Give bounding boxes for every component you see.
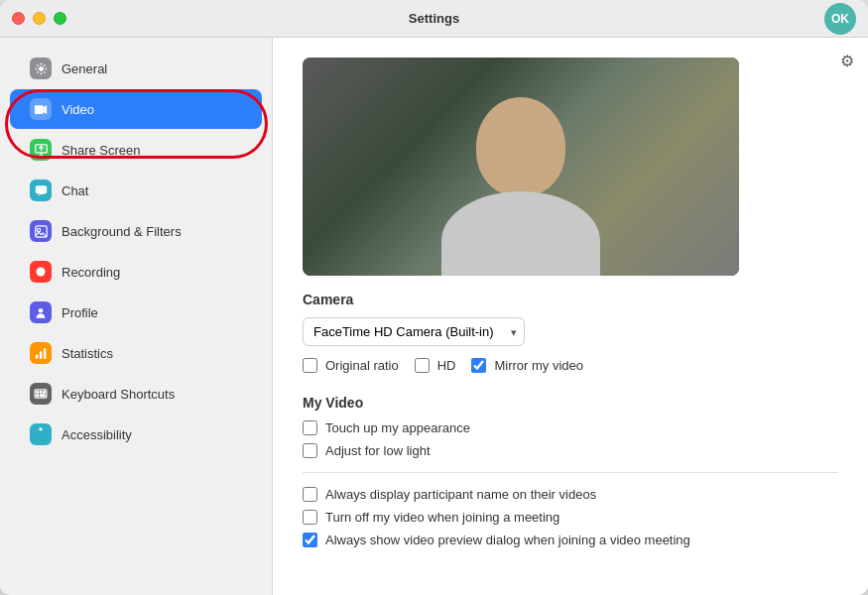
person-silhouette bbox=[422, 77, 620, 276]
low-light-checkbox[interactable] bbox=[303, 443, 317, 458]
touch-up-checkbox[interactable] bbox=[303, 420, 317, 435]
sidebar-item-share-screen[interactable]: Share Screen bbox=[10, 130, 262, 170]
svg-point-6 bbox=[37, 228, 40, 231]
camera-section-title: Camera bbox=[303, 292, 838, 307]
touch-up-option[interactable]: Touch up my appearance bbox=[303, 420, 838, 435]
svg-rect-11 bbox=[43, 348, 45, 359]
profile-label: Profile bbox=[62, 305, 98, 320]
camera-select-row: FaceTime HD Camera (Built-in) USB Camera… bbox=[303, 317, 838, 346]
background-filters-label: Background & Filters bbox=[62, 224, 182, 239]
settings-window: Settings OK GeneralVideoShare ScreenChat… bbox=[0, 0, 868, 595]
camera-options-row: Original ratio HD Mirror my video bbox=[303, 358, 838, 381]
svg-point-7 bbox=[37, 268, 46, 277]
background-filters-icon bbox=[30, 220, 52, 242]
maximize-button[interactable] bbox=[54, 12, 66, 25]
sidebar-item-statistics[interactable]: Statistics bbox=[10, 333, 262, 373]
sidebar-item-background-filters[interactable]: Background & Filters bbox=[10, 211, 262, 251]
mirror-video-option[interactable]: Mirror my video bbox=[471, 358, 583, 373]
touch-up-label: Touch up my appearance bbox=[325, 420, 470, 435]
window-title: Settings bbox=[409, 11, 459, 26]
camera-select-input[interactable]: FaceTime HD Camera (Built-in) USB Camera bbox=[303, 317, 525, 346]
svg-rect-13 bbox=[37, 392, 39, 394]
camera-preview-inner bbox=[303, 58, 739, 276]
statistics-label: Statistics bbox=[62, 346, 113, 361]
hd-checkbox[interactable] bbox=[415, 358, 430, 373]
sidebar-item-chat[interactable]: Chat bbox=[10, 171, 262, 210]
svg-rect-14 bbox=[40, 392, 42, 394]
video-icon bbox=[30, 98, 52, 120]
main-content: ⚙ Camera FaceTime HD Camera (Built-in) U… bbox=[273, 38, 868, 595]
titlebar: Settings OK bbox=[0, 0, 868, 38]
content-area: GeneralVideoShare ScreenChatBackground &… bbox=[0, 38, 868, 595]
hd-label: HD bbox=[437, 358, 456, 373]
person-head bbox=[476, 97, 565, 196]
sidebar-item-general[interactable]: General bbox=[10, 49, 262, 88]
sidebar-item-accessibility[interactable]: Accessibility bbox=[10, 415, 262, 454]
general-label: General bbox=[62, 61, 107, 76]
show-preview-label: Always show video preview dialog when jo… bbox=[325, 533, 690, 547]
svg-rect-9 bbox=[35, 355, 37, 359]
svg-point-19 bbox=[39, 427, 42, 430]
keyboard-shortcuts-label: Keyboard Shortcuts bbox=[62, 387, 175, 402]
recording-icon bbox=[30, 261, 52, 283]
svg-rect-10 bbox=[39, 351, 41, 358]
camera-select-wrapper: FaceTime HD Camera (Built-in) USB Camera… bbox=[303, 317, 525, 346]
display-name-checkbox[interactable] bbox=[303, 487, 317, 502]
share-screen-icon bbox=[30, 139, 52, 161]
sidebar-item-keyboard-shortcuts[interactable]: Keyboard Shortcuts bbox=[10, 374, 262, 414]
chat-icon bbox=[30, 179, 52, 201]
hd-option[interactable]: HD bbox=[415, 358, 456, 373]
person-body bbox=[441, 191, 600, 276]
recording-label: Recording bbox=[62, 265, 120, 280]
show-preview-option[interactable]: Always show video preview dialog when jo… bbox=[303, 533, 838, 547]
sidebar-item-recording[interactable]: Recording bbox=[10, 252, 262, 292]
display-name-option[interactable]: Always display participant name on their… bbox=[303, 487, 838, 502]
other-options: Always display participant name on their… bbox=[303, 487, 838, 547]
settings-gear-button[interactable]: ⚙ bbox=[840, 52, 854, 70]
traffic-lights bbox=[12, 12, 66, 25]
statistics-icon bbox=[30, 342, 52, 364]
share-screen-label: Share Screen bbox=[62, 143, 141, 158]
profile-icon bbox=[30, 301, 52, 323]
keyboard-shortcuts-icon bbox=[30, 383, 52, 405]
sidebar-item-video[interactable]: Video bbox=[10, 89, 262, 129]
chat-label: Chat bbox=[62, 183, 88, 198]
svg-marker-2 bbox=[44, 105, 48, 114]
mirror-video-label: Mirror my video bbox=[494, 358, 583, 373]
svg-rect-15 bbox=[44, 392, 46, 394]
sidebar-items-container: GeneralVideoShare ScreenChatBackground &… bbox=[0, 49, 272, 454]
turn-off-video-checkbox[interactable] bbox=[303, 510, 317, 525]
low-light-option[interactable]: Adjust for low light bbox=[303, 443, 838, 458]
svg-point-8 bbox=[39, 308, 44, 313]
display-name-label: Always display participant name on their… bbox=[325, 487, 596, 502]
divider bbox=[303, 472, 838, 473]
sidebar-item-profile[interactable]: Profile bbox=[10, 293, 262, 332]
svg-rect-4 bbox=[35, 185, 46, 193]
original-ratio-option[interactable]: Original ratio bbox=[303, 358, 399, 373]
avatar-button[interactable]: OK bbox=[824, 3, 856, 35]
my-video-title: My Video bbox=[303, 395, 838, 411]
svg-rect-1 bbox=[35, 105, 44, 114]
mirror-video-checkbox[interactable] bbox=[471, 358, 486, 373]
general-icon bbox=[30, 58, 52, 79]
camera-preview bbox=[303, 58, 739, 276]
turn-off-video-label: Turn off my video when joining a meeting bbox=[325, 510, 559, 525]
close-button[interactable] bbox=[12, 12, 25, 25]
minimize-button[interactable] bbox=[33, 12, 46, 25]
turn-off-video-option[interactable]: Turn off my video when joining a meeting bbox=[303, 510, 838, 525]
accessibility-icon bbox=[30, 423, 52, 445]
low-light-label: Adjust for low light bbox=[325, 443, 431, 458]
svg-rect-16 bbox=[37, 395, 39, 397]
video-label: Video bbox=[62, 102, 94, 117]
svg-point-0 bbox=[39, 66, 44, 71]
original-ratio-label: Original ratio bbox=[325, 358, 399, 373]
svg-rect-18 bbox=[44, 395, 46, 397]
accessibility-label: Accessibility bbox=[62, 427, 132, 442]
show-preview-checkbox[interactable] bbox=[303, 533, 317, 547]
sidebar: GeneralVideoShare ScreenChatBackground &… bbox=[0, 38, 273, 595]
my-video-section: My Video Touch up my appearance Adjust f… bbox=[303, 395, 838, 458]
original-ratio-checkbox[interactable] bbox=[303, 358, 317, 373]
